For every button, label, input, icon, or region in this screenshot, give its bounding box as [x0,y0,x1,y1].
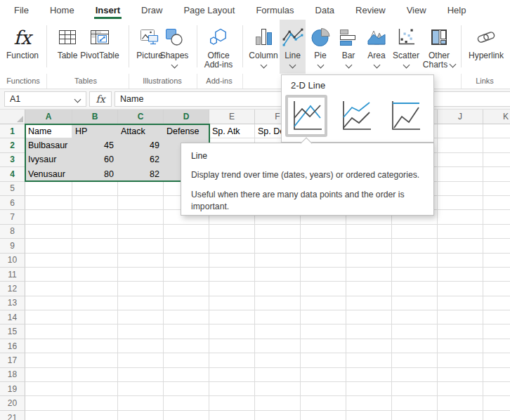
hyperlink-button[interactable]: Hyperlink [464,20,509,74]
cell-D9[interactable] [164,239,209,253]
cell-K10[interactable] [483,254,510,268]
cell-H14[interactable] [346,310,392,324]
cell-G11[interactable] [301,268,346,282]
row-header-10[interactable]: 10 [0,254,25,268]
cell-J1[interactable] [438,124,483,138]
cell-A8[interactable] [25,225,72,239]
cell-C3[interactable]: 62 [118,153,164,167]
cell-A12[interactable] [25,282,72,296]
cell-C4[interactable]: 82 [118,167,164,181]
cell-J8[interactable] [438,225,483,239]
cell-A15[interactable] [25,324,72,339]
cell-K2[interactable] [483,138,510,152]
cell-B14[interactable] [72,310,118,324]
cell-D13[interactable] [164,296,209,310]
cell-E9[interactable] [209,239,255,253]
cell-C6[interactable] [118,196,164,210]
cell-B1[interactable]: HP [72,124,118,138]
cell-H13[interactable] [346,296,392,310]
cell-H19[interactable] [346,382,392,396]
cell-A18[interactable] [25,368,72,382]
cell-H8[interactable] [346,225,392,239]
cell-A2[interactable]: Bulbasaur [25,138,72,152]
column-header-E[interactable]: E [209,110,255,124]
cell-F9[interactable] [255,239,301,253]
cell-G10[interactable] [301,254,346,268]
cell-F19[interactable] [255,382,301,396]
cell-E17[interactable] [209,353,255,367]
cell-A7[interactable] [25,210,72,224]
cell-F17[interactable] [255,353,301,367]
cell-B3[interactable]: 60 [72,153,118,167]
cell-G19[interactable] [301,382,346,396]
row-header-3[interactable]: 3 [0,153,25,167]
cell-C2[interactable]: 49 [118,138,164,152]
menu-tab-home[interactable]: Home [50,0,74,20]
cell-K4[interactable] [483,167,510,181]
cell-H16[interactable] [346,339,392,353]
cell-E19[interactable] [209,382,255,396]
cell-D8[interactable] [164,225,209,239]
cell-B13[interactable] [72,296,118,310]
scatter-chart-button[interactable]: Scatter [389,20,423,74]
cell-I21[interactable] [392,411,438,420]
cell-C20[interactable] [118,396,164,410]
cell-D17[interactable] [164,353,209,367]
row-header-18[interactable]: 18 [0,368,25,382]
cell-I11[interactable] [392,268,438,282]
cell-J15[interactable] [438,324,483,339]
row-header-12[interactable]: 12 [0,282,25,296]
cell-B9[interactable] [72,239,118,253]
cell-C12[interactable] [118,282,164,296]
cell-C5[interactable] [118,182,164,196]
cell-H15[interactable] [346,324,392,339]
cell-K7[interactable] [483,210,510,224]
cell-A1[interactable]: Name [25,124,72,138]
row-header-17[interactable]: 17 [0,353,25,367]
cell-G20[interactable] [301,396,346,410]
cell-K9[interactable] [483,239,510,253]
cell-F12[interactable] [255,282,301,296]
cell-J4[interactable] [438,167,483,181]
cell-G9[interactable] [301,239,346,253]
cell-G18[interactable] [301,368,346,382]
cell-B6[interactable] [72,196,118,210]
function-button[interactable]: fx Function [1,20,44,74]
pivottable-button[interactable]: PivotTable [77,20,122,74]
cell-D10[interactable] [164,254,209,268]
cell-B10[interactable] [72,254,118,268]
row-header-1[interactable]: 1 [0,124,25,138]
cell-D12[interactable] [164,282,209,296]
cell-J13[interactable] [438,296,483,310]
cell-D16[interactable] [164,339,209,353]
insert-function-button[interactable]: fx [89,91,112,107]
cell-D1[interactable]: Defense [164,124,209,138]
cell-A19[interactable] [25,382,72,396]
cell-F18[interactable] [255,368,301,382]
cell-F8[interactable] [255,225,301,239]
cell-I8[interactable] [392,225,438,239]
shapes-button[interactable]: Shapes [157,20,191,74]
column-header-B[interactable]: B [72,110,118,124]
cell-B17[interactable] [72,353,118,367]
cell-G17[interactable] [301,353,346,367]
menu-tab-data[interactable]: Data [315,0,334,20]
line-thumb-icon[interactable] [285,95,327,137]
cell-I9[interactable] [392,239,438,253]
row-header-13[interactable]: 13 [0,296,25,310]
cell-H17[interactable] [346,353,392,367]
cell-D19[interactable] [164,382,209,396]
cell-D21[interactable] [164,411,209,420]
cell-F11[interactable] [255,268,301,282]
cell-J14[interactable] [438,310,483,324]
column-chart-button[interactable]: Column [246,20,281,74]
cell-F20[interactable] [255,396,301,410]
cell-J7[interactable] [438,210,483,224]
menu-tab-formulas[interactable]: Formulas [256,0,294,20]
cell-B19[interactable] [72,382,118,396]
cell-H9[interactable] [346,239,392,253]
cell-G8[interactable] [301,225,346,239]
cell-A3[interactable]: Ivysaur [25,153,72,167]
cell-I20[interactable] [392,396,438,410]
menu-tab-view[interactable]: View [407,0,426,20]
